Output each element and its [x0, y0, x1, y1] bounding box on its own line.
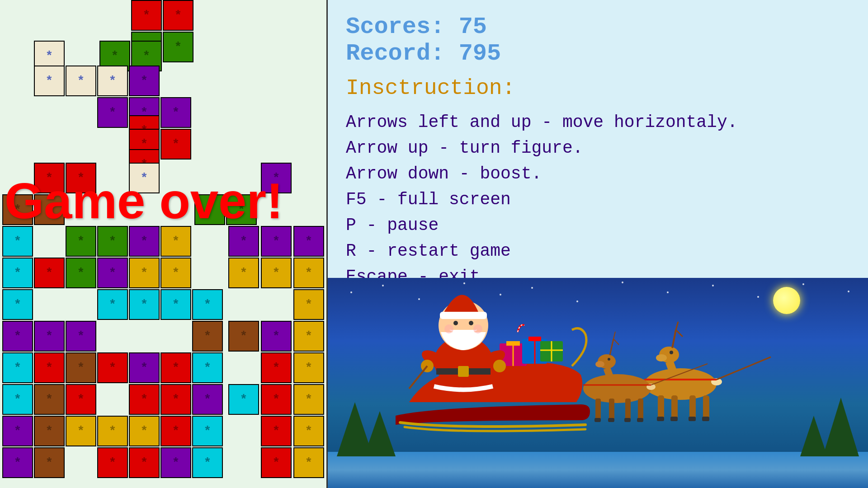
- star: [622, 282, 623, 283]
- cell: *: [66, 226, 96, 257]
- cell: *: [293, 416, 324, 446]
- svg-point-4: [670, 351, 673, 354]
- cell: *: [160, 97, 191, 128]
- instruction-line-2: Arrow up - turn figure.: [346, 135, 850, 161]
- cell: *: [131, 0, 162, 31]
- cell: *: [192, 321, 223, 352]
- game-over-text: Game over!: [5, 172, 283, 230]
- svg-line-7: [676, 322, 678, 330]
- cell: *: [261, 226, 292, 257]
- cell: *: [160, 129, 191, 160]
- moon: [773, 287, 800, 314]
- star: [531, 287, 533, 289]
- instruction-title: Insctruction:: [346, 76, 850, 100]
- cell: *: [192, 384, 223, 415]
- santa-image-panel: [328, 278, 868, 488]
- svg-line-18: [717, 357, 771, 380]
- instruction-line-1: Arrows left and up - move horizontaly.: [346, 109, 850, 135]
- info-panel: Scores: 75 Record: 795 Insctruction: Arr…: [328, 0, 868, 278]
- star: [802, 283, 804, 285]
- cell: *: [34, 352, 65, 383]
- cell: *: [160, 384, 191, 415]
- cell: *: [2, 226, 33, 257]
- instruction-line-5: P - pause: [346, 212, 850, 238]
- cell: *: [261, 352, 292, 383]
- cell: *: [129, 384, 160, 415]
- svg-point-0: [644, 368, 717, 400]
- svg-line-5: [672, 330, 676, 348]
- cell: *: [160, 258, 191, 288]
- cell: *: [160, 226, 191, 257]
- cell: *: [2, 321, 33, 352]
- cell: *: [2, 352, 33, 383]
- cell: *: [192, 289, 223, 320]
- svg-rect-13: [670, 417, 678, 421]
- cell: *: [97, 97, 128, 128]
- svg-point-57: [453, 321, 458, 325]
- cell: *: [2, 258, 33, 288]
- cell: *: [2, 384, 33, 415]
- cell: *: [66, 416, 96, 446]
- cell: *: [34, 258, 65, 288]
- svg-rect-11: [703, 395, 709, 420]
- svg-rect-30: [638, 399, 643, 421]
- cell: *: [293, 321, 324, 352]
- cell: *: [129, 447, 160, 478]
- cell: *: [97, 289, 128, 320]
- cell: *: [97, 352, 128, 383]
- cell: *: [261, 384, 292, 415]
- cell: *: [192, 416, 223, 446]
- svg-rect-55: [440, 312, 487, 319]
- star: [350, 291, 352, 293]
- svg-rect-49: [458, 366, 469, 377]
- svg-rect-32: [608, 418, 614, 422]
- svg-point-23: [608, 358, 610, 361]
- cell: *: [261, 258, 292, 288]
- cell: *: [129, 289, 160, 320]
- svg-rect-15: [702, 417, 709, 421]
- instructions-list: Arrows left and up - move horizontaly. A…: [346, 109, 850, 290]
- svg-rect-28: [609, 399, 614, 421]
- cell: *: [66, 66, 96, 96]
- cell: *: [34, 384, 65, 415]
- cell: *: [97, 66, 128, 96]
- scores-section: Scores: 75 Record: 795: [346, 14, 850, 67]
- cell: *: [228, 226, 259, 257]
- scores-display: Scores: 75: [346, 14, 850, 40]
- cell: *: [97, 226, 128, 257]
- cell: *: [261, 321, 292, 352]
- cell: *: [192, 447, 223, 478]
- svg-rect-29: [625, 399, 631, 421]
- instruction-line-3: Arrow down - boost.: [346, 161, 850, 187]
- svg-rect-12: [657, 417, 664, 421]
- cell: *: [293, 258, 324, 288]
- cell: *: [160, 447, 191, 478]
- svg-line-25: [613, 339, 619, 345]
- cell: *: [129, 226, 160, 257]
- cell: *: [34, 321, 65, 352]
- cell: *: [66, 321, 96, 352]
- instruction-line-4: F5 - full screen: [346, 187, 850, 212]
- star: [463, 282, 465, 284]
- cell: *: [192, 352, 223, 383]
- svg-rect-14: [689, 417, 696, 421]
- star: [382, 285, 384, 286]
- svg-point-58: [469, 321, 473, 325]
- instruction-line-6: R - restart game: [346, 238, 850, 264]
- svg-rect-9: [671, 395, 678, 420]
- cell: *: [129, 352, 160, 383]
- cell: *: [34, 416, 65, 446]
- cell: *: [129, 416, 160, 446]
- cell: *: [97, 447, 128, 478]
- cell: *: [34, 447, 65, 478]
- svg-line-6: [676, 330, 683, 337]
- svg-line-26: [613, 332, 615, 339]
- cell: *: [2, 289, 33, 320]
- cell: *: [293, 447, 324, 478]
- right-panel: Scores: 75 Record: 795 Insctruction: Arr…: [328, 0, 868, 488]
- svg-point-59: [444, 324, 453, 333]
- cell: *: [129, 258, 160, 288]
- cell: *: [293, 352, 324, 383]
- svg-rect-27: [595, 399, 601, 421]
- cell: *: [228, 258, 259, 288]
